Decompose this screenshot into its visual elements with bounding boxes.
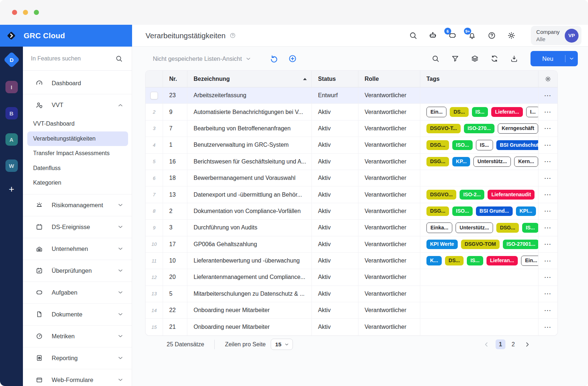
row-menu-button[interactable]: ···: [544, 125, 552, 131]
row-menu-button[interactable]: ···: [544, 307, 552, 314]
chevron-down-icon[interactable]: [569, 56, 575, 62]
table-row[interactable]: 29Automatisierte Benachrichtigungen bei …: [146, 104, 557, 120]
row-menu-button[interactable]: ···: [544, 175, 552, 181]
sidebar-item-web-formulare[interactable]: Web-Formulare: [23, 369, 132, 386]
cell-bezeichnung[interactable]: Bearbeitung von Betroffenenanfragen: [187, 121, 312, 137]
sidebar-subitem-kategorien[interactable]: Kategorien: [23, 176, 132, 190]
row-menu-button[interactable]: ···: [544, 241, 552, 247]
help-circle-icon[interactable]: [229, 32, 236, 39]
row-menu-button[interactable]: ···: [544, 291, 552, 297]
sidebar-item-metriken[interactable]: Metriken: [23, 325, 132, 347]
rows-per-page-select[interactable]: 15: [271, 339, 293, 350]
table-row[interactable]: 135Mitarbeiterschulungen zu Datenschutz …: [146, 286, 557, 302]
cell-bezeichnung[interactable]: Onboarding neuer Mitarbeiter: [187, 302, 312, 318]
zoom-window-button[interactable]: [34, 10, 39, 15]
undo-icon[interactable]: [269, 54, 279, 63]
sidebar-item-vvt[interactable]: VVT: [23, 94, 132, 116]
search-icon[interactable]: [431, 54, 440, 63]
column-header-bezeichnung[interactable]: Bezeichnung: [187, 71, 312, 87]
cell-bezeichnung[interactable]: Automatisierte Benachrichtigungen bei V.…: [187, 104, 312, 120]
workspace-i[interactable]: I: [5, 81, 18, 93]
table-row[interactable]: 82Dokumentation von Compliance-Vorfällen…: [146, 203, 557, 220]
page-button-1[interactable]: 1: [496, 339, 505, 349]
company-selector[interactable]: Company Alle VP: [531, 26, 581, 45]
sidebar-item-unternehmen[interactable]: Unternehmen: [23, 238, 132, 260]
table-row[interactable]: 1521Onboarding neuer MitarbeiterAktivVer…: [146, 319, 557, 335]
list-view-dropdown[interactable]: Nicht gespeicherte Listen-Ansicht: [153, 55, 251, 62]
gear-icon[interactable]: [507, 31, 516, 40]
sidebar-subitem-vvt-dashboard[interactable]: VVT-Dashboard: [23, 117, 132, 131]
cell-bezeichnung[interactable]: Bewerbermanagement und Vorauswahl: [187, 170, 312, 186]
table-row[interactable]: 23ArbeitszeiterfassungEntwurfVerantwortl…: [146, 87, 557, 104]
next-page-icon[interactable]: [524, 341, 531, 348]
row-menu-button[interactable]: ···: [544, 324, 552, 330]
cell-bezeichnung[interactable]: GP006a Gehaltszahlung: [187, 236, 312, 252]
column-header-status[interactable]: Status: [312, 71, 358, 87]
table-row[interactable]: 1110Lieferantenbewertung und -überwachun…: [146, 253, 557, 269]
table-row[interactable]: 1220Lieferantenmanagement und Compliance…: [146, 269, 557, 285]
bell-icon[interactable]: 9+: [468, 31, 477, 40]
sidebar-item-dashboard[interactable]: Dashboard: [23, 72, 132, 94]
row-menu-button[interactable]: ···: [544, 225, 552, 231]
filter-icon[interactable]: [451, 54, 460, 63]
new-button[interactable]: Neu: [531, 51, 578, 66]
row-menu-button[interactable]: ···: [544, 192, 552, 198]
row-menu-button[interactable]: ···: [544, 109, 552, 115]
cell-bezeichnung[interactable]: Dokumentation von Compliance-Vorfällen: [187, 203, 312, 219]
cell-bezeichnung[interactable]: Benutzerverwaltung im GRC-System: [187, 137, 312, 153]
cell-bezeichnung[interactable]: Arbeitszeiterfassung: [187, 87, 312, 103]
table-row[interactable]: 516Berichtswesen für Geschäftsleitung un…: [146, 154, 557, 170]
column-header-tags[interactable]: Tags: [420, 71, 539, 87]
sidebar-item-ds-ereignisse[interactable]: DS-Ereignisse: [23, 216, 132, 238]
cell-bezeichnung[interactable]: Datenexport und -übermittlung an Behör..…: [187, 186, 312, 202]
ticket-icon[interactable]: 6: [448, 31, 457, 40]
workspace-d[interactable]: D: [3, 51, 20, 68]
sidebar-item-überprüfungen[interactable]: Überprüfungen: [23, 260, 132, 281]
table-row[interactable]: 93Durchführung von AuditsAktivVerantwort…: [146, 220, 557, 236]
sidebar-item-aufgaben[interactable]: Aufgaben: [23, 281, 132, 303]
row-menu-button[interactable]: ···: [544, 208, 552, 214]
plus-circle-icon[interactable]: [288, 54, 297, 63]
sidebar-item-dokumente[interactable]: Dokumente: [23, 303, 132, 325]
refresh-icon[interactable]: [490, 54, 499, 63]
minimize-window-button[interactable]: [23, 10, 28, 15]
cell-bezeichnung[interactable]: Lieferantenmanagement und Compliance...: [187, 269, 312, 285]
row-menu-button[interactable]: ···: [544, 158, 552, 165]
search-icon[interactable]: [409, 31, 418, 40]
avatar[interactable]: VP: [565, 29, 579, 43]
feature-search-input[interactable]: [31, 55, 115, 62]
column-header-rolle[interactable]: Rolle: [358, 71, 420, 87]
sidebar-item-reporting[interactable]: Reporting: [23, 347, 132, 369]
row-checkbox[interactable]: [150, 92, 158, 99]
table-row[interactable]: 41Benutzerverwaltung im GRC-SystemAktivV…: [146, 137, 557, 153]
layers-icon[interactable]: [470, 54, 479, 63]
sidebar-subitem-verarbeitungstätigkeiten[interactable]: Verarbeitungstätigkeiten: [27, 131, 128, 146]
row-menu-button[interactable]: ···: [544, 258, 552, 264]
sidebar-subitem-transfer-impact-assessments[interactable]: Transfer Impact Assessments: [23, 146, 132, 161]
cell-bezeichnung[interactable]: Berichtswesen für Geschäftsleitung und A…: [187, 154, 312, 170]
table-row[interactable]: 37Bearbeitung von BetroffenenanfragenAkt…: [146, 121, 557, 137]
cell-bezeichnung[interactable]: Durchführung von Audits: [187, 220, 312, 236]
help-circle-icon[interactable]: [487, 31, 496, 40]
table-settings-gear-icon[interactable]: [544, 75, 552, 83]
workspace-w[interactable]: W: [5, 159, 18, 172]
table-row[interactable]: 1422Onboarding neuer MitarbeiterAktivVer…: [146, 302, 557, 319]
sidebar-subitem-datenfluss[interactable]: Datenfluss: [23, 161, 132, 176]
close-window-button[interactable]: [12, 10, 17, 15]
row-menu-button[interactable]: ···: [544, 274, 552, 280]
page-button-2[interactable]: 2: [508, 339, 518, 349]
cell-bezeichnung[interactable]: Lieferantenbewertung und -überwachung: [187, 253, 312, 269]
add-workspace-button[interactable]: +: [9, 184, 14, 195]
download-icon[interactable]: [510, 54, 519, 63]
row-menu-button[interactable]: ···: [544, 92, 552, 99]
robot-icon[interactable]: [428, 31, 437, 40]
table-row[interactable]: 713Datenexport und -übermittlung an Behö…: [146, 186, 557, 203]
table-row[interactable]: 1017GP006a GehaltszahlungAktivVerantwort…: [146, 236, 557, 253]
table-row[interactable]: 618Bewerbermanagement und VorauswahlAkti…: [146, 170, 557, 186]
sidebar-item-risikomanagement[interactable]: Risikomanagement: [23, 194, 132, 216]
cell-bezeichnung[interactable]: Mitarbeiterschulungen zu Datenschutz & .…: [187, 286, 312, 302]
workspace-a[interactable]: A: [5, 133, 18, 146]
cell-bezeichnung[interactable]: Onboarding neuer Mitarbeiter: [187, 319, 312, 335]
previous-page-icon[interactable]: [483, 341, 490, 348]
row-menu-button[interactable]: ···: [544, 142, 552, 148]
